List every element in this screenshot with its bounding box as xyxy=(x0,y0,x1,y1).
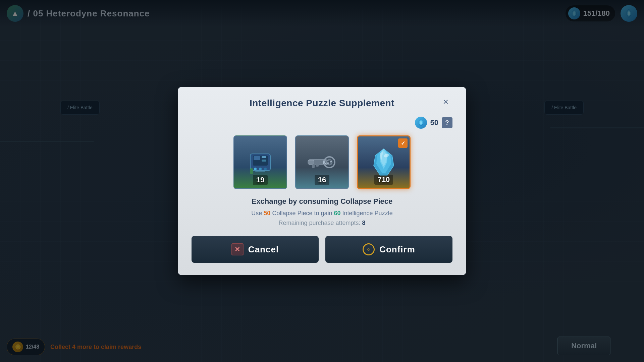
remaining-pre: Remaining purchase attempts: xyxy=(278,220,362,226)
modal-title: Intelligence Puzzle Supplement xyxy=(250,98,394,109)
modal-close-button[interactable]: × xyxy=(439,95,452,109)
key-icon: KEY xyxy=(305,145,339,179)
crystal-icon xyxy=(367,145,400,179)
desc-mid: Collapse Piece to gain xyxy=(270,210,334,217)
modal-desc-title: Exchange by consuming Collapse Piece xyxy=(192,197,452,206)
help-button[interactable]: ? xyxy=(442,117,452,128)
cancel-label: Cancel xyxy=(248,244,279,255)
modal-overlay: Intelligence Puzzle Supplement × 50 ? xyxy=(0,0,644,362)
svg-point-11 xyxy=(254,168,257,170)
desc-pre: Use xyxy=(251,210,264,217)
svg-rect-8 xyxy=(254,156,260,160)
modal-header: Intelligence Puzzle Supplement × xyxy=(192,98,452,109)
check-mark: ✓ xyxy=(398,138,408,148)
device-icon xyxy=(244,145,277,179)
items-row: 19 KEY 16 xyxy=(192,135,452,189)
modal-remaining: Remaining purchase attempts: 8 xyxy=(192,220,452,227)
buttons-row: ✕ Cancel ○ Confirm xyxy=(192,236,452,263)
svg-point-13 xyxy=(264,168,267,170)
svg-rect-10 xyxy=(262,160,266,162)
modal-desc-body: Use 50 Collapse Piece to gain 60 Intelli… xyxy=(192,210,452,217)
modal: Intelligence Puzzle Supplement × 50 ? xyxy=(178,87,466,275)
svg-rect-9 xyxy=(262,156,266,158)
svg-rect-14 xyxy=(255,171,265,172)
item-3-count: 710 xyxy=(374,175,393,185)
modal-currency-count: 50 xyxy=(430,118,438,127)
item-2-count: 16 xyxy=(315,175,329,185)
confirm-icon: ○ xyxy=(363,243,375,255)
desc-cost: 50 xyxy=(264,210,270,217)
item-card-1[interactable]: 19 xyxy=(233,135,287,189)
item-card-3[interactable]: ✓ 710 xyxy=(357,135,411,189)
svg-point-12 xyxy=(259,168,262,170)
svg-rect-15 xyxy=(250,168,253,174)
svg-rect-22 xyxy=(308,160,314,164)
confirm-button[interactable]: ○ Confirm xyxy=(325,236,452,263)
confirm-label: Confirm xyxy=(379,244,415,255)
svg-text:KEY: KEY xyxy=(323,160,333,165)
cancel-button[interactable]: ✕ Cancel xyxy=(192,236,319,263)
desc-gain: 60 xyxy=(334,210,341,217)
svg-rect-20 xyxy=(316,164,319,167)
remaining-count: 8 xyxy=(362,220,366,226)
modal-currency-gem xyxy=(415,117,427,129)
svg-rect-19 xyxy=(312,164,315,168)
item-1-count: 19 xyxy=(253,175,268,185)
modal-currency-row: 50 ? xyxy=(192,117,452,129)
desc-post: Intelligence Puzzle xyxy=(341,210,393,217)
item-card-2[interactable]: KEY 16 xyxy=(295,135,349,189)
cancel-icon: ✕ xyxy=(231,243,244,255)
